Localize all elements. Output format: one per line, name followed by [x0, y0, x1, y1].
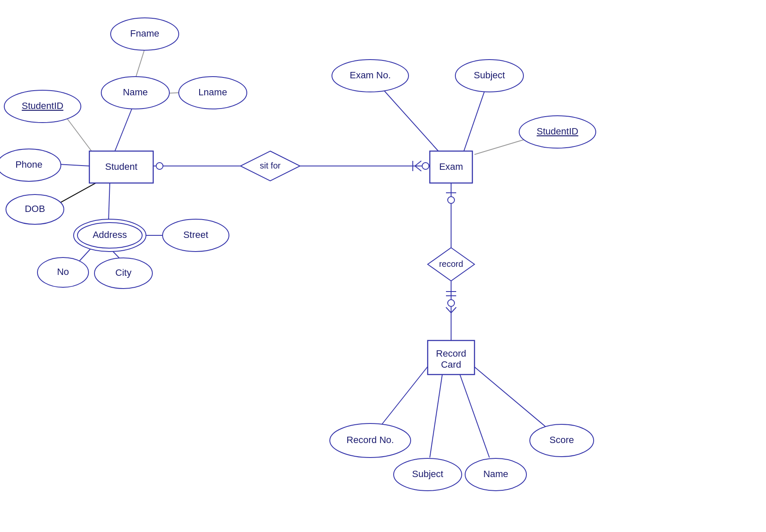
crow-arrow2: [415, 166, 421, 171]
attr-city-label: City: [115, 267, 131, 278]
line-fname-name: [135, 49, 145, 79]
attr-no-label: No: [57, 266, 69, 277]
crow-arrow1: [415, 161, 421, 166]
line-rc-score: [472, 365, 547, 428]
crow-circle-exam-bottom: [448, 197, 454, 203]
attr-name-label: Name: [123, 87, 148, 97]
line-address-student: [109, 183, 110, 221]
line-rc-recordno: [381, 364, 430, 426]
attr-address-label: Address: [93, 229, 127, 240]
entity-student-label: Student: [105, 161, 137, 172]
attr-subject-rc-label: Subject: [412, 469, 443, 479]
line-rc-subject: [430, 372, 443, 458]
attr-lname-label: Lname: [198, 87, 227, 97]
line-rc-name: [460, 374, 489, 458]
crow-foot1: [446, 307, 451, 313]
attr-subject-exam-label: Subject: [474, 70, 505, 80]
attr-exam-no-label: Exam No.: [350, 70, 391, 80]
line-name-student: [115, 109, 132, 151]
attr-student-id-label: StudentID: [22, 100, 63, 111]
relationship-sit-for-label: sit for: [260, 161, 281, 170]
attr-student-id2-label: StudentID: [537, 126, 578, 137]
relationship-record-label: record: [439, 259, 463, 269]
attr-record-no-label: Record No.: [346, 435, 394, 445]
crow-circle-exam: [422, 163, 429, 169]
crow-circle-student: [156, 163, 163, 169]
attr-fname-label: Fname: [130, 28, 159, 39]
attr-score-label: Score: [549, 435, 574, 445]
crow-foot2: [451, 307, 456, 313]
entity-record-card-label1: Record: [436, 348, 466, 359]
crow-circle-record-bottom: [448, 300, 454, 306]
entity-record-card-label2: Card: [441, 359, 461, 370]
line-examno-exam: [383, 89, 438, 151]
attr-dob-label: DOB: [25, 203, 45, 214]
attr-street-label: Street: [183, 229, 209, 240]
attr-name-rc-label: Name: [483, 469, 509, 479]
entity-exam-label: Exam: [439, 161, 463, 172]
line-subject-exam: [464, 89, 485, 151]
attr-phone-label: Phone: [15, 159, 43, 170]
